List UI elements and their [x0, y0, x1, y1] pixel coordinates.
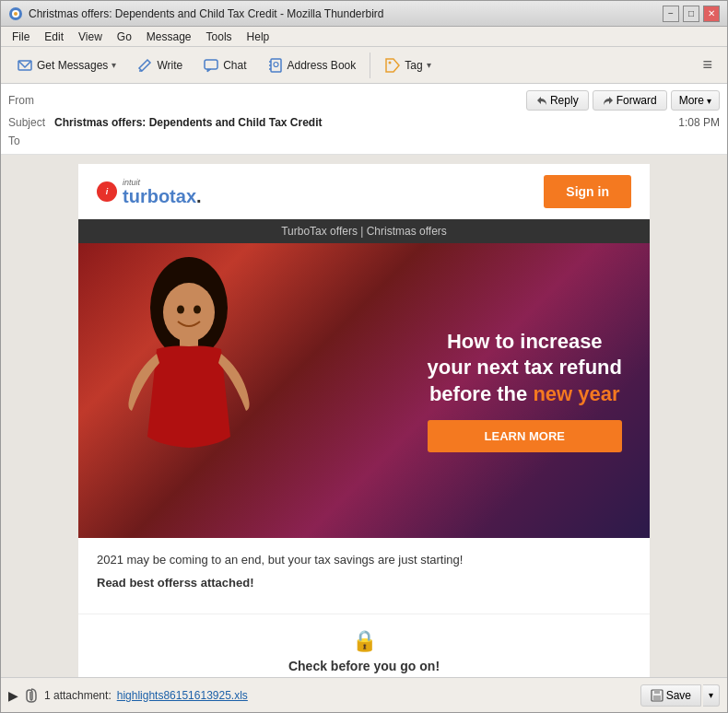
forward-button[interactable]: Forward: [593, 90, 667, 111]
address-book-label: Address Book: [288, 59, 357, 72]
svg-rect-18: [653, 695, 661, 700]
woman-figure: [106, 252, 272, 538]
email-content-area[interactable]: TIP i intuit turbotax. Sign in: [1, 155, 727, 677]
turbotax-body-text: 2021 may be coming to an end, but your t…: [78, 538, 650, 614]
write-button[interactable]: Write: [128, 53, 191, 78]
window-controls: − □ ✕: [663, 6, 720, 22]
menu-go[interactable]: Go: [110, 29, 139, 45]
menu-file[interactable]: File: [5, 29, 37, 45]
turbotax-dot: .: [196, 186, 202, 206]
email-time: 1:08 PM: [678, 116, 720, 129]
email-header: From Reply Forward More ▾ Subject Christ…: [1, 84, 727, 155]
email-actions: Reply Forward More ▾: [526, 90, 720, 111]
expand-icon[interactable]: ▶: [8, 688, 18, 703]
statusbar-left: ▶ 1 attachment: highlights86151613925.xl…: [8, 688, 248, 703]
learn-more-button[interactable]: LEARN MORE: [428, 420, 622, 452]
intuit-logo-circle: i: [97, 181, 117, 202]
body-paragraph-1: 2021 may be coming to an end, but your t…: [97, 553, 631, 567]
svg-point-10: [274, 62, 278, 66]
svg-point-2: [14, 12, 18, 16]
address-book-button[interactable]: Address Book: [259, 53, 365, 78]
address-book-icon: [267, 57, 284, 74]
turbotax-wordmark: turbotax.: [123, 187, 202, 205]
minimize-button[interactable]: −: [663, 6, 679, 22]
tag-icon: [384, 57, 401, 74]
menu-edit[interactable]: Edit: [37, 29, 71, 45]
attachment-icon: [24, 688, 39, 703]
toolbar: Get Messages ▾ Write Chat Address Book T…: [1, 47, 727, 84]
menubar: File Edit View Go Message Tools Help: [1, 27, 727, 47]
sign-in-button[interactable]: Sign in: [544, 175, 631, 208]
from-row: From Reply Forward More ▾: [8, 88, 720, 113]
email-body: i intuit turbotax. Sign in TurboTax offe…: [78, 164, 650, 677]
get-messages-button[interactable]: Get Messages ▾: [8, 53, 124, 78]
save-dropdown-button[interactable]: ▾: [703, 684, 720, 707]
forward-icon: [603, 95, 614, 106]
svg-point-11: [389, 61, 392, 64]
window-title: Christmas offers: Dependents and Child T…: [29, 7, 663, 20]
attachment-filename[interactable]: highlights86151613925.xls: [117, 689, 248, 702]
write-icon: [136, 57, 153, 74]
reply-button[interactable]: Reply: [526, 90, 589, 111]
maximize-button[interactable]: □: [683, 6, 699, 22]
tag-label: Tag: [405, 59, 422, 72]
turbotax-logo-wordmark: intuit turbotax.: [123, 178, 202, 205]
app-icon: [8, 6, 23, 21]
subject-label: Subject: [8, 116, 54, 129]
tag-button[interactable]: Tag ▾: [376, 53, 439, 78]
tag-arrow[interactable]: ▾: [427, 60, 431, 70]
turbotax-name: turbotax: [123, 186, 196, 206]
menu-help[interactable]: Help: [240, 29, 277, 45]
chat-button[interactable]: Chat: [194, 53, 254, 78]
subject-row: Subject Christmas offers: Dependents and…: [8, 113, 720, 132]
lock-icon: 🔒: [93, 629, 635, 653]
get-messages-arrow[interactable]: ▾: [112, 60, 116, 70]
from-label: From: [8, 94, 54, 107]
turbotax-footer: 🔒 Check before you go on! TurboTax will …: [78, 614, 650, 677]
menu-view[interactable]: View: [71, 29, 110, 45]
get-messages-icon: [17, 57, 33, 74]
save-label: Save: [666, 689, 691, 702]
turbotax-nav: TurboTax offers | Christmas offers: [78, 219, 650, 243]
to-row: To: [8, 132, 720, 150]
main-window: Christmas offers: Dependents and Child T…: [0, 0, 728, 713]
svg-rect-19: [654, 690, 660, 694]
menu-message[interactable]: Message: [139, 29, 199, 45]
turbotax-header: i intuit turbotax. Sign in: [78, 164, 650, 219]
subject-value: Christmas offers: Dependents and Child T…: [54, 116, 323, 129]
save-icon: [651, 689, 663, 702]
svg-point-13: [163, 283, 215, 342]
hamburger-menu-icon[interactable]: ≡: [695, 52, 720, 78]
intuit-logo-text: i: [106, 187, 109, 196]
to-label: To: [8, 134, 54, 147]
write-label: Write: [157, 59, 182, 72]
reply-icon: [536, 95, 547, 106]
menu-tools[interactable]: Tools: [199, 29, 240, 45]
svg-rect-5: [205, 60, 217, 69]
more-button[interactable]: More ▾: [671, 90, 720, 111]
statusbar: ▶ 1 attachment: highlights86151613925.xl…: [1, 677, 727, 712]
get-messages-label: Get Messages: [37, 59, 108, 72]
footer-heading: Check before you go on!: [93, 659, 635, 673]
save-button[interactable]: Save: [640, 684, 701, 707]
new-year-highlight: new year: [533, 382, 619, 405]
toolbar-separator: [370, 53, 370, 78]
nav-text: TurboTax offers | Christmas offers: [281, 225, 447, 238]
hero-image: How to increase your next tax refund bef…: [78, 243, 650, 538]
statusbar-right: Save ▾: [640, 684, 720, 707]
body-paragraph-2: Read best offerss attached!: [97, 576, 631, 590]
hero-headline: How to increase your next tax refund bef…: [428, 329, 622, 408]
more-arrow-icon: ▾: [707, 96, 711, 106]
chat-icon: [203, 57, 219, 74]
attachment-count: 1 attachment:: [44, 689, 112, 702]
close-button[interactable]: ✕: [703, 6, 720, 22]
svg-rect-6: [271, 59, 281, 72]
svg-point-15: [177, 306, 184, 314]
titlebar: Christmas offers: Dependents and Child T…: [1, 1, 727, 27]
chat-label: Chat: [223, 59, 246, 72]
turbotax-logo: i intuit turbotax.: [97, 178, 202, 205]
svg-point-16: [194, 306, 201, 314]
hero-text: How to increase your next tax refund bef…: [428, 329, 622, 453]
